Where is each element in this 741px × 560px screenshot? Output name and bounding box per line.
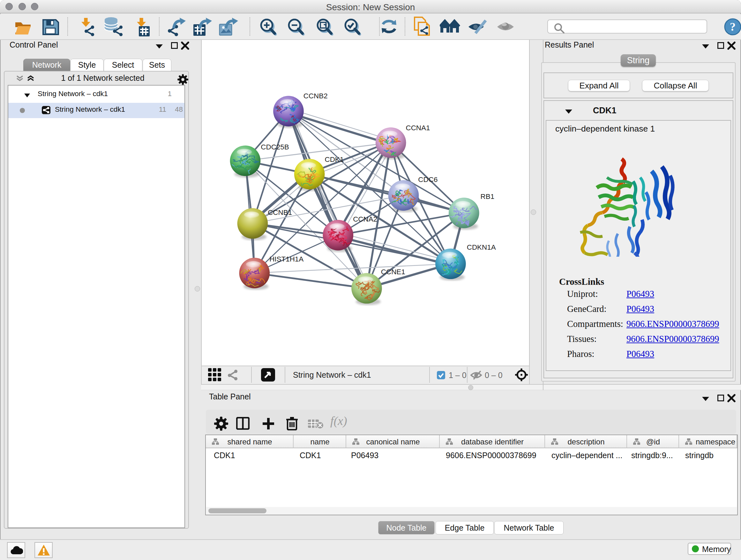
svg-text:CCNB1: CCNB1 [268,208,292,216]
svg-text:CCNE1: CCNE1 [381,268,405,276]
svg-text:CCNA1: CCNA1 [406,124,430,132]
svg-text:RB1: RB1 [481,192,495,200]
svg-text:CDKN1A: CDKN1A [467,243,496,251]
svg-text:?: ? [730,20,736,33]
svg-text:CCNA2: CCNA2 [353,215,377,223]
svg-text:CDC25B: CDC25B [261,143,289,151]
svg-text:CDC6: CDC6 [418,176,437,184]
svg-text:HIST1H1A: HIST1H1A [269,255,304,263]
svg-text:CCNB2: CCNB2 [304,92,328,100]
svg-text:CDK1: CDK1 [325,155,344,164]
